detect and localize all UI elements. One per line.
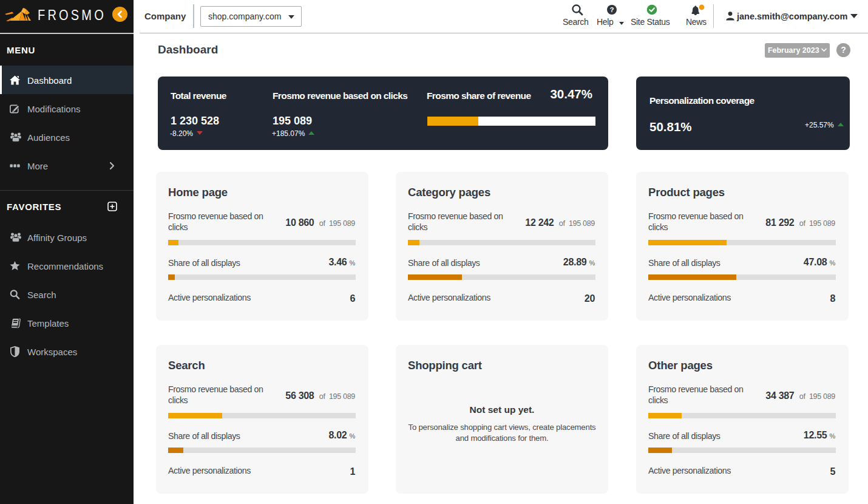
svg-text:?: ?: [609, 6, 614, 13]
